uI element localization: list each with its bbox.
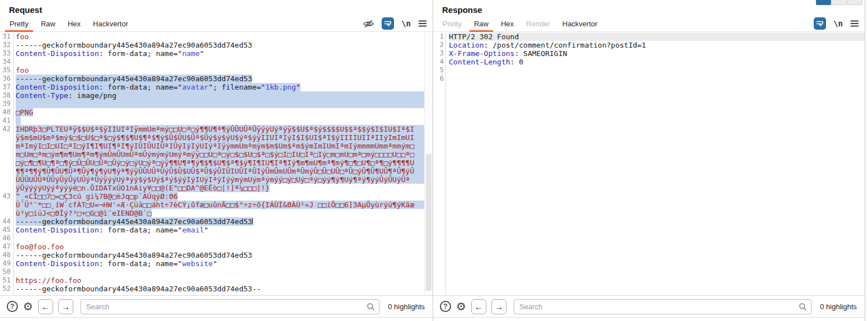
tab-request-pretty[interactable]: Pretty [3,17,35,31]
editor-line[interactable]: 52------geckoformboundary445e430a894a27e… [0,285,433,293]
search-settings-gear-icon[interactable]: ⚙ [456,301,466,312]
tab-response-render[interactable]: Render [520,17,556,31]
editor-line[interactable]: 36------geckoformboundary445e430a894a27e… [0,75,433,83]
layout-segment-1[interactable] [816,0,831,5]
code-line[interactable]: https://foo.foo [16,276,433,285]
tab-response-hex[interactable]: Hex [495,17,520,31]
code-line[interactable]: ¶¶ª¶¶ý¶Û¶ÛU¶Ûª¶Ûý¶ý¶ýU¶ýª¶ýÿÛÛUÛªÛýÛ$Û$U… [16,167,433,175]
line-number: 1 [433,32,447,41]
code-line[interactable]: Content-Disposition: form-data; name="we… [16,259,433,268]
editor-line[interactable]: 5 [433,66,865,75]
newline-toggle-icon[interactable]: \n [401,19,411,28]
editor-line[interactable]: 50 [0,268,433,276]
code-line[interactable]: Content-Disposition: form-data; name="na… [16,49,433,58]
code-line[interactable]: □PNG [16,108,433,117]
editor-line[interactable]: 38Content-Type: image/png [0,91,433,100]
hide-nonprinting-icon[interactable] [363,19,374,29]
code-line[interactable] [449,75,865,83]
editor-line[interactable]: 3X-Frame-Options: SAMEORIGIN [433,49,865,58]
editor-line[interactable]: 40□PNG [0,108,433,117]
editor-line[interactable]: 35foo [0,66,433,75]
menu-icon[interactable] [418,20,427,27]
code-line[interactable]: Content-Disposition: form-data; name="em… [16,226,433,234]
editor-line[interactable]: 39 [0,100,433,108]
search-next-button[interactable]: → [58,299,73,314]
search-prev-button[interactable]: ← [471,299,486,314]
editor-line[interactable]: 47foo@foo.foo [0,243,433,251]
response-search-input[interactable] [514,299,811,314]
tab-request-hex[interactable]: Hex [62,17,87,31]
code-line[interactable]: ------geckoformboundary445e430a894a27ec9… [16,75,433,83]
code-line[interactable]: Content-Type: image/png [16,91,433,100]
tab-response-pretty[interactable]: Pretty [437,17,468,31]
editor-line[interactable]: 4Content-Length: 0 [433,58,865,66]
code-line[interactable] [16,58,433,66]
code-line[interactable]: ------geckoformboundary445e430a894a27ec9… [16,285,433,293]
editor-line[interactable]: 41 [0,117,433,125]
code-line[interactable] [16,100,433,108]
code-line[interactable]: foo [16,66,433,75]
scrollbar-thumb[interactable] [426,154,431,291]
code-line[interactable]: ýÛýýýýUýýªýýýé□n.ÔIDATxÚO1nAiy¥□□@(E"□□D… [16,184,433,192]
code-line[interactable] [449,66,865,75]
code-line[interactable]: ^¸«CÏ□□7□=□Ç3cú gi¼7B@□èJq□p`ÀÚqýØ:Θ6 [16,192,433,201]
code-line[interactable]: ÿ$m$mU$mª$mý$□$□U$□ª$□ý$¶$¶U$¶ª$¶ý$Û$ÛU$… [16,133,433,142]
code-line[interactable]: ------geckoformboundary445e430a894a27ec9… [16,41,433,49]
code-line[interactable]: Content-Disposition: form-data; name="av… [16,83,433,91]
editor-line[interactable]: 45Content-Disposition: form-data; name="… [0,226,433,234]
layout-segment-2[interactable] [832,0,847,5]
tab-request-raw[interactable]: Raw [35,17,62,31]
editor-line[interactable]: 46 [0,234,433,243]
code-line[interactable] [16,268,433,276]
tab-response-hackvertor[interactable]: Hackvertor [556,17,604,31]
code-line[interactable]: Ù´Ü°¨*□□¸íW`cfÀT□U=¬HW'«Æ·Çüä□□áht÷7èCÝ¡… [16,201,433,209]
code-line[interactable]: Content-Length: 0 [449,58,865,66]
editor-line[interactable]: 42IHDRþ3□PLTEUªÿ$$U$ª$ÿIIUIªIÿmmUmªmý□□U… [0,125,433,192]
code-line[interactable] [16,234,433,243]
editor-line[interactable]: 37Content-Disposition: form-data; name="… [0,83,433,91]
search-next-button[interactable]: → [491,299,506,314]
code-line[interactable] [16,117,21,125]
code-line[interactable]: ÛÛÛUÛÛªÛÛýÛýÛýUÛýªÛýÿýýUýªýý$ý$Uý$ªý$ýýI… [16,175,433,184]
code-line[interactable]: Location: /post/comment/confirmation?pos… [449,41,865,49]
editor-line[interactable]: 44------geckoformboundary445e430a894a27e… [0,217,433,226]
code-line[interactable]: mªImýI□I□UI□ªI□ýI¶I¶UI¶ªI¶ýIÛIÛUIÛªIÛýIý… [16,142,433,150]
editor-line[interactable]: 49Content-Disposition: form-data; name="… [0,259,433,268]
code-line[interactable]: ------geckoformboundary445e430a894a27ec9… [16,251,433,259]
code-line[interactable]: HTTP/2 302 Found [449,32,865,41]
editor-line[interactable]: 48------geckoformboundary445e430a894a27e… [0,251,433,259]
menu-icon[interactable] [850,20,859,27]
help-icon[interactable]: ? [7,301,18,312]
help-icon[interactable]: ? [440,301,451,312]
code-line[interactable]: ù³y□íüJ<□ΘÎý?³□+□G□@ì¨eIEND@B`□ [16,209,433,217]
search-prev-button[interactable]: ← [38,299,53,314]
code-line[interactable]: □ý□¶□¶U□¶ª□¶ý□Û□ÛU□Ûª□Ûý□ý□ýU□ýª□ýÿ¶¶U¶ª… [16,159,433,167]
request-editor[interactable]: 31foo32------geckoformboundary445e430a89… [0,32,433,295]
editor-line[interactable]: 33Content-Disposition: form-data; name="… [0,49,433,58]
code-line[interactable]: m□Um□ªm□ým¶m¶Um¶ªm¶ýmÛmÛUmÛªmÛýmýmýUmýªm… [16,150,433,159]
code-line[interactable]: foo@foo.foo [16,243,433,251]
search-settings-gear-icon[interactable]: ⚙ [23,301,33,312]
code-line[interactable]: X-Frame-Options: SAMEORIGIN [449,49,865,58]
view-layout-selector[interactable] [816,0,862,5]
code-line[interactable]: IHDRþ3□PLTEUªÿ$$U$ª$ÿIIUIªIÿmmUmªmý□□U□ª… [16,125,433,133]
request-search-input[interactable] [81,299,379,314]
editor-line[interactable]: 43^¸«CÏ□□7□=□Ç3cú gi¼7B@□èJq□p`ÀÚqýØ:Θ6Ù… [0,192,433,217]
response-editor[interactable]: 1HTTP/2 302 Found2Location: /post/commen… [433,32,865,295]
editor-line[interactable]: 1HTTP/2 302 Found [433,32,865,41]
newline-toggle-icon[interactable]: \n [833,19,843,28]
editor-line[interactable]: 51https://foo.foo [0,276,433,285]
layout-segment-3[interactable] [847,0,862,5]
editor-line[interactable]: 31foo [0,32,433,41]
request-scrollbar[interactable] [424,32,433,295]
code-line[interactable]: ------geckoformboundary445e430a894a27ec9… [16,217,433,226]
code-line[interactable]: foo [16,32,433,41]
wrap-lines-icon[interactable] [382,17,394,30]
editor-line[interactable]: 32------geckoformboundary445e430a894a27e… [0,41,433,49]
editor-line[interactable]: 6 [433,75,865,83]
editor-line[interactable]: 34 [0,58,433,66]
tab-request-hackvertor[interactable]: Hackvertor [87,17,134,31]
editor-line[interactable]: 2Location: /post/comment/confirmation?po… [433,41,865,49]
wrap-lines-icon[interactable] [814,17,826,30]
tab-response-raw[interactable]: Raw [468,17,495,31]
